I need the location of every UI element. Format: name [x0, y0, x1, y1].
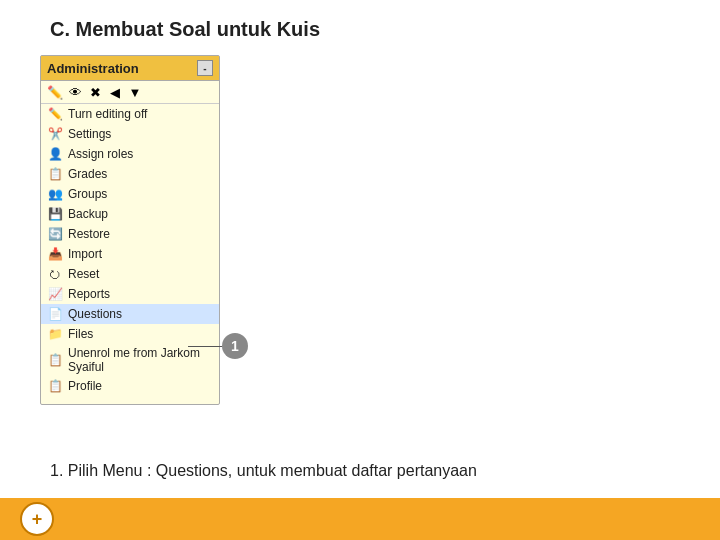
assign-roles-icon: 👤	[47, 146, 63, 162]
menu-item-assign-roles[interactable]: 👤 Assign roles	[41, 144, 219, 164]
questions-icon: 📄	[47, 306, 63, 322]
reset-label: Reset	[68, 267, 213, 281]
page-title: C. Membuat Soal untuk Kuis	[50, 18, 320, 41]
admin-header-title: Administration	[47, 61, 139, 76]
menu-item-files[interactable]: 📁 Files	[41, 324, 219, 344]
admin-header: Administration -	[41, 56, 219, 81]
questions-label: Questions	[68, 307, 213, 321]
minimize-button[interactable]: -	[197, 60, 213, 76]
settings-label: Settings	[68, 127, 213, 141]
down-arrow-icon[interactable]: ▼	[127, 84, 143, 100]
reports-label: Reports	[68, 287, 213, 301]
menu-item-import[interactable]: 📥 Import	[41, 244, 219, 264]
close-icon[interactable]: ✖	[87, 84, 103, 100]
files-icon: 📁	[47, 326, 63, 342]
import-label: Import	[68, 247, 213, 261]
grades-icon: 📋	[47, 166, 63, 182]
turn-editing-off-icon: ✏️	[47, 106, 63, 122]
profile-label: Profile	[68, 379, 213, 393]
reports-icon: 📈	[47, 286, 63, 302]
restore-label: Restore	[68, 227, 213, 241]
orange-bar: +	[0, 498, 720, 540]
menu-item-backup[interactable]: 💾 Backup	[41, 204, 219, 224]
backup-icon: 💾	[47, 206, 63, 222]
menu-item-grades[interactable]: 📋 Grades	[41, 164, 219, 184]
admin-toolbar: ✏️ 👁 ✖ ◀ ▼	[41, 81, 219, 104]
unenrol-icon: 📋	[47, 352, 63, 368]
admin-panel: Administration - ✏️ 👁 ✖ ◀ ▼ ✏️ Turn edit…	[40, 55, 220, 405]
import-icon: 📥	[47, 246, 63, 262]
reset-icon: ⭮	[47, 266, 63, 282]
menu-item-reports[interactable]: 📈 Reports	[41, 284, 219, 304]
menu-item-reset[interactable]: ⭮ Reset	[41, 264, 219, 284]
pencil-icon[interactable]: ✏️	[47, 84, 63, 100]
menu-item-profile[interactable]: 📋 Profile	[41, 376, 219, 396]
groups-icon: 👥	[47, 186, 63, 202]
menu-item-settings[interactable]: ✂️ Settings	[41, 124, 219, 144]
turn-editing-off-label: Turn editing off	[68, 107, 213, 121]
eye-icon[interactable]: 👁	[67, 84, 83, 100]
menu-item-restore[interactable]: 🔄 Restore	[41, 224, 219, 244]
menu-item-groups[interactable]: 👥 Groups	[41, 184, 219, 204]
restore-icon: 🔄	[47, 226, 63, 242]
bottom-instruction: 1. Pilih Menu : Questions, untuk membuat…	[50, 462, 477, 480]
menu-item-unenrol[interactable]: 📋 Unenrol me from Jarkom Syaiful	[41, 344, 219, 376]
profile-icon: 📋	[47, 378, 63, 394]
groups-label: Groups	[68, 187, 213, 201]
logo-circle: +	[20, 502, 54, 536]
settings-icon: ✂️	[47, 126, 63, 142]
badge-number: 1	[222, 333, 248, 359]
backup-label: Backup	[68, 207, 213, 221]
grades-label: Grades	[68, 167, 213, 181]
files-label: Files	[68, 327, 213, 341]
badge-line	[188, 346, 222, 347]
unenrol-label: Unenrol me from Jarkom Syaiful	[68, 346, 213, 374]
menu-item-turn-editing-off[interactable]: ✏️ Turn editing off	[41, 104, 219, 124]
left-arrow-icon[interactable]: ◀	[107, 84, 123, 100]
assign-roles-label: Assign roles	[68, 147, 213, 161]
menu-item-questions[interactable]: 📄 Questions	[41, 304, 219, 324]
